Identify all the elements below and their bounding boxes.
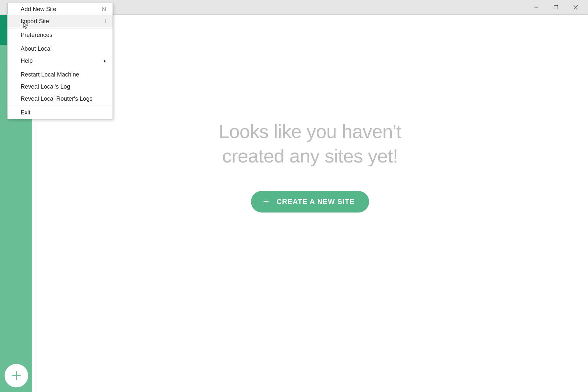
menu-item-exit[interactable]: Exit xyxy=(8,107,113,119)
menu-item-label: Add New Site xyxy=(21,6,56,13)
menu-item-add-new-site[interactable]: Add New Site N xyxy=(8,3,113,15)
menu-item-import-site[interactable]: Import Site I xyxy=(8,15,113,27)
menu-item-label: Exit xyxy=(21,109,30,116)
maximize-button[interactable] xyxy=(546,1,566,14)
menu-separator xyxy=(8,28,113,28)
add-site-fab[interactable] xyxy=(5,364,28,387)
dropdown-menu: Add New Site N Import Site I Preferences… xyxy=(7,3,113,119)
menu-item-label: Import Site xyxy=(21,18,49,25)
minimize-button[interactable] xyxy=(526,1,546,14)
menu-item-label: About Local xyxy=(21,45,52,52)
cta-label: CREATE A NEW SITE xyxy=(276,197,355,206)
menu-item-help[interactable]: Help xyxy=(8,55,113,67)
close-button[interactable] xyxy=(566,1,585,14)
menu-item-reveal-locals-log[interactable]: Reveal Local's Log xyxy=(8,81,113,93)
menu-separator xyxy=(8,106,113,106)
menu-item-label: Reveal Local's Log xyxy=(21,83,70,90)
menu-item-about-local[interactable]: About Local xyxy=(8,43,113,55)
plus-icon xyxy=(263,198,269,205)
menu-item-label: Restart Local Machine xyxy=(21,71,79,78)
create-new-site-button[interactable]: CREATE A NEW SITE xyxy=(251,191,369,213)
menu-separator xyxy=(8,68,113,68)
plus-icon xyxy=(10,370,22,382)
menu-item-reveal-local-routers-logs[interactable]: Reveal Local Router's Logs xyxy=(8,93,113,105)
empty-line-2: created any sites yet! xyxy=(222,145,398,166)
menu-item-label: Help xyxy=(21,58,33,64)
menu-item-label: Preferences xyxy=(21,32,52,39)
menu-item-shortcut: N xyxy=(102,6,106,13)
window-controls xyxy=(526,1,585,14)
empty-state-heading: Looks like you haven't created any sites… xyxy=(219,119,401,168)
svg-rect-1 xyxy=(554,6,558,9)
menu-item-label: Reveal Local Router's Logs xyxy=(21,95,93,102)
chevron-right-icon xyxy=(104,60,106,62)
menu-item-preferences[interactable]: Preferences xyxy=(8,29,113,41)
main-area: Looks like you haven't created any sites… xyxy=(32,15,588,392)
menu-item-restart-local-machine[interactable]: Restart Local Machine xyxy=(8,69,113,81)
menu-item-shortcut: I xyxy=(104,18,106,25)
empty-line-1: Looks like you haven't xyxy=(219,121,401,142)
menu-separator xyxy=(8,42,113,42)
